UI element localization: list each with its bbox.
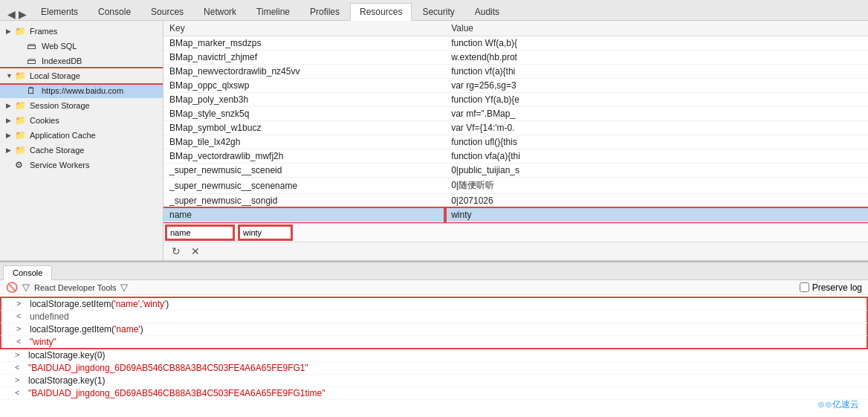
table-cell-value[interactable]: function vfa(a){thi <box>445 149 868 164</box>
sidebar-item-cache-storage[interactable]: ▶ 📁 Cache Storage <box>0 143 163 158</box>
table-row[interactable]: BMap_poly_xenb3hfunction Yf(a,b){e <box>163 93 868 107</box>
table-cell-key[interactable]: BMap_newvectordrawlib_nz45vv <box>163 65 445 79</box>
sidebar-item-label: IndexedDB <box>42 56 82 65</box>
arrow-icon: ▶ <box>6 132 15 139</box>
console-prompt: > <box>16 299 25 308</box>
table-cell-value[interactable]: winty <box>445 208 868 222</box>
delete-button[interactable]: ✕ <box>189 245 202 258</box>
sidebar-item-label: Application Cache <box>30 131 96 140</box>
value-input[interactable] <box>239 226 291 239</box>
console-prompt: > <box>16 324 25 333</box>
table-cell-key[interactable]: BMap_symbol_w1bucz <box>163 121 445 135</box>
back-icon[interactable]: ◀ <box>7 8 16 20</box>
table-cell-value[interactable]: 0|2071026 <box>445 194 868 208</box>
key-input[interactable] <box>166 226 233 239</box>
folder-icon: 📁 <box>15 26 27 36</box>
table-cell-key[interactable]: _super_newmusic__sceneid <box>163 164 445 178</box>
sidebar-item-local-storage[interactable]: ▼ 📁 Local Storage <box>0 68 163 83</box>
console-line: >localStorage.key(1) <box>0 375 868 387</box>
table-row[interactable]: _super_newmusic__scenename0|随便听听 <box>163 178 868 194</box>
sidebar-item-label: Session Storage <box>30 101 90 110</box>
table-cell-value[interactable]: 0|随便听听 <box>445 178 868 194</box>
console-content: "BAIDUAD_jingdong_6D69AB546CB88A3B4C503F… <box>28 363 308 373</box>
sidebar-item-baidu[interactable]: 🗒 https://www.baidu.com <box>0 83 163 98</box>
react-tools-label: React Developer Tools <box>34 283 116 292</box>
sidebar-item-websql[interactable]: 🗃 Web SQL <box>0 39 163 54</box>
table-cell-value[interactable]: 0|public_tuijian_s <box>445 164 868 178</box>
table-row[interactable]: BMap_marker_msdzpsfunction Wf(a,b){ <box>163 36 868 51</box>
forward-icon[interactable]: ▶ <box>19 8 27 20</box>
preserve-log-container: Preserve log <box>800 282 862 293</box>
table-row[interactable]: BMap_style_snzk5qvar mf=".BMap_ <box>163 107 868 121</box>
table-cell-value[interactable]: w.extend(hb.prot <box>445 51 868 65</box>
table-row[interactable]: BMap_symbol_w1buczvar Vf={14:'m-0. <box>163 121 868 135</box>
table-row[interactable]: BMap_navictrl_zhjmefw.extend(hb.prot <box>163 51 868 65</box>
console-tab-bar: Console <box>0 262 868 280</box>
table-cell-value[interactable]: function Yf(a,b){e <box>445 93 868 107</box>
table-cell-key[interactable]: BMap_marker_msdzps <box>163 36 445 51</box>
table-cell-key[interactable]: BMap_tile_lx42gh <box>163 135 445 149</box>
refresh-button[interactable]: ↻ <box>169 245 183 258</box>
table-cell-value[interactable]: var mf=".BMap_ <box>445 107 868 121</box>
clear-icon[interactable]: 🚫 <box>6 282 18 293</box>
tab-resources[interactable]: Resources <box>350 3 412 21</box>
table-row[interactable]: _super_newmusic__sceneid0|public_tuijian… <box>163 164 868 178</box>
table-cell-key[interactable]: BMap_poly_xenb3h <box>163 93 445 107</box>
table-row[interactable]: BMap_oppc_qlxswpvar rg=256,sg=3 <box>163 79 868 93</box>
tab-profiles[interactable]: Profiles <box>300 2 349 20</box>
sidebar: ▶ 📁 Frames 🗃 Web SQL 🗃 IndexedDB ▼ 📁 Loc… <box>0 21 163 260</box>
table-cell-key[interactable]: BMap_style_snzk5q <box>163 107 445 121</box>
table-row[interactable]: namewinty <box>163 208 868 222</box>
arrow-icon: ▶ <box>6 102 15 109</box>
tab-console-bottom[interactable]: Console <box>3 265 52 280</box>
table-cell-key[interactable]: _super_newmusic__songid <box>163 194 445 208</box>
tab-elements[interactable]: Elements <box>31 2 88 20</box>
edit-row <box>163 223 868 242</box>
file-icon: ⚙ <box>15 160 27 170</box>
sidebar-item-service-workers[interactable]: ⚙ Service Workers <box>0 158 163 172</box>
data-table[interactable]: Key Value BMap_marker_msdzpsfunction Wf(… <box>163 21 868 223</box>
tab-timeline[interactable]: Timeline <box>247 2 299 20</box>
react-dropdown-icon[interactable]: ▽ <box>120 282 128 293</box>
table-row[interactable]: BMap_newvectordrawlib_nz45vvfunction vf(… <box>163 65 868 79</box>
table-cell-key[interactable]: BMap_navictrl_zhjmef <box>163 51 445 65</box>
sidebar-item-label: Service Workers <box>30 161 89 169</box>
arrow-icon: ▶ <box>6 28 15 35</box>
console-area: Console 🚫 ▽ React Developer Tools ▽ Pres… <box>0 261 868 417</box>
table-cell-key[interactable]: BMap_oppc_qlxswp <box>163 79 445 93</box>
table-row[interactable]: BMap_vectordrawlib_mwfj2hfunction vfa(a)… <box>163 149 868 164</box>
tab-network[interactable]: Network <box>194 2 246 20</box>
filter-icon[interactable]: ▽ <box>22 282 30 293</box>
table-cell-key[interactable]: name <box>163 208 445 222</box>
tab-console[interactable]: Console <box>88 2 140 20</box>
file-icon: 🗒 <box>27 85 39 96</box>
table-cell-value[interactable]: var rg=256,sg=3 <box>445 79 868 93</box>
table-cell-value[interactable]: var Vf={14:'m-0. <box>445 121 868 135</box>
sidebar-item-session-storage[interactable]: ▶ 📁 Session Storage <box>0 98 163 113</box>
tab-security[interactable]: Security <box>412 2 464 20</box>
table-cell-value[interactable]: function ufl(){this <box>445 135 868 149</box>
devtools-body: ▶ 📁 Frames 🗃 Web SQL 🗃 IndexedDB ▼ 📁 Loc… <box>0 21 868 417</box>
folder-icon: 📁 <box>15 130 27 140</box>
db-icon: 🗃 <box>27 56 39 66</box>
sidebar-item-label: Web SQL <box>42 42 77 51</box>
tab-sources[interactable]: Sources <box>141 2 193 20</box>
console-line: <"BAIDUAD_jingdong_6D69AB546CB88A3B4C503… <box>0 387 868 400</box>
preserve-log-checkbox[interactable] <box>800 282 809 292</box>
sidebar-item-frames[interactable]: ▶ 📁 Frames <box>0 24 163 39</box>
table-cell-value[interactable]: function Wf(a,b){ <box>445 36 868 51</box>
table-cell-value[interactable]: function vf(a){thi <box>445 65 868 79</box>
sidebar-item-label: https://www.baidu.com <box>42 86 123 95</box>
table-row[interactable]: _super_newmusic__songid0|2071026 <box>163 194 868 208</box>
folder-icon: 📁 <box>15 100 27 111</box>
console-prompt: < <box>16 311 25 320</box>
sidebar-item-app-cache[interactable]: ▶ 📁 Application Cache <box>0 128 163 143</box>
console-prompt: > <box>15 350 24 359</box>
table-row[interactable]: BMap_tile_lx42ghfunction ufl(){this <box>163 135 868 149</box>
sidebar-item-indexeddb[interactable]: 🗃 IndexedDB <box>0 54 163 68</box>
tab-audits[interactable]: Audits <box>465 2 509 20</box>
sidebar-item-cookies[interactable]: ▶ 📁 Cookies <box>0 113 163 128</box>
db-icon: 🗃 <box>27 41 39 51</box>
table-cell-key[interactable]: _super_newmusic__scenename <box>163 178 445 194</box>
table-cell-key[interactable]: BMap_vectordrawlib_mwfj2h <box>163 149 445 164</box>
